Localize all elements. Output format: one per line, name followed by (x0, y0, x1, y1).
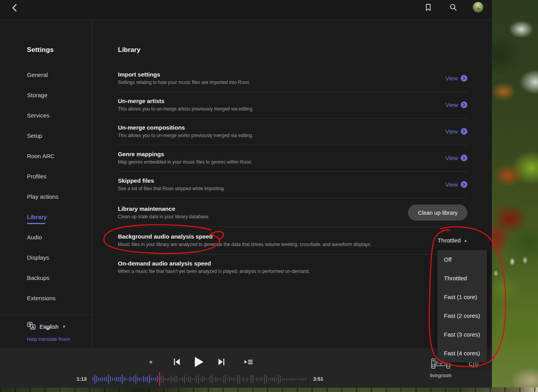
previous-track-button[interactable] (173, 358, 181, 366)
language-selector[interactable]: English ▾ (27, 322, 65, 331)
dropdown-selected-value: Throttled (438, 237, 461, 244)
bookmark-icon (424, 7, 433, 13)
menu-option-fast-4-cores[interactable]: Fast (4 cores) (437, 344, 487, 362)
waveform-bar (124, 377, 125, 381)
waveform-bar (163, 375, 164, 383)
sidebar-item-services[interactable]: Services (0, 105, 92, 125)
playhead[interactable] (159, 372, 160, 386)
waveform-seekbar[interactable] (93, 373, 308, 385)
play-button[interactable] (194, 356, 204, 367)
caret-down-icon: ▾ (63, 324, 65, 329)
waveform-bar (212, 375, 212, 383)
waveform-bar (96, 376, 97, 382)
waveform-bar (305, 378, 306, 381)
waveform-bar (301, 378, 302, 380)
waveform-bar (126, 378, 126, 381)
user-avatar[interactable] (473, 2, 483, 12)
row-text: Library maintenance Clean up stale data … (118, 205, 210, 220)
waveform-bar (198, 375, 199, 383)
menu-option-fast-2-cores[interactable]: Fast (2 cores) (437, 306, 487, 325)
next-track-button[interactable] (217, 358, 226, 366)
help-translate-link[interactable]: Help translate Roon (27, 337, 70, 342)
waveform-bar (102, 378, 103, 381)
sidebar-item-setup[interactable]: Setup (0, 125, 92, 146)
background-analysis-speed-dropdown[interactable]: Throttled ▲ (438, 237, 467, 244)
waveform-bar (276, 378, 277, 381)
waveform-bar (278, 375, 279, 384)
waveform-bar (231, 378, 232, 380)
waveform-bar (161, 376, 162, 382)
waveform-bar (255, 378, 255, 380)
chevron-left-icon (11, 8, 19, 14)
waveform-bar (298, 379, 298, 380)
view-unmerge-compositions-button[interactable]: View (445, 128, 467, 135)
view-skipped-files-button[interactable]: View (445, 181, 467, 188)
waveform-bar (143, 376, 144, 382)
waveform-bar (180, 378, 181, 380)
waveform-bar (266, 376, 267, 383)
search-button[interactable] (449, 3, 458, 12)
waveform-bar (204, 377, 205, 381)
row-text: Import settings Settings relating to how… (118, 71, 251, 86)
waveform-bar (268, 378, 269, 380)
waveform-bar (262, 378, 263, 381)
menu-option-throttled[interactable]: Throttled (437, 269, 487, 287)
skip-forward-icon (217, 362, 226, 367)
sidebar-item-play-actions[interactable]: Play actions (0, 186, 92, 207)
elapsed-time: 1:13 (77, 376, 87, 382)
view-label: View (445, 102, 458, 108)
waveform-bar (247, 377, 248, 381)
row-on-demand-analysis-speed: On-demand audio analysis speed When a mu… (118, 255, 467, 281)
waveform-bar (93, 377, 93, 381)
row-subtitle: See a list of files that Roon skipped wh… (118, 186, 225, 192)
chevron-right-circle-icon (461, 181, 467, 188)
waveform-bar (208, 378, 208, 380)
back-button[interactable] (11, 3, 19, 12)
waveform-bar (135, 375, 136, 384)
sidebar-item-extensions[interactable]: Extensions (0, 288, 92, 308)
desktop-wallpaper-bottom (0, 387, 538, 392)
waveform-bar (217, 378, 218, 381)
queue-button[interactable] (244, 358, 253, 365)
waveform-bar (253, 375, 253, 383)
view-import-settings-button[interactable]: View (445, 75, 467, 82)
waveform-bar (258, 378, 259, 380)
sidebar-item-displays[interactable]: Displays (0, 247, 92, 267)
sidebar-item-backups[interactable]: Backups (0, 267, 92, 288)
waveform-bar (237, 375, 238, 383)
menu-option-fast-1-core[interactable]: Fast (1 core) (437, 287, 487, 306)
waveform-bar (175, 376, 175, 382)
view-genre-mappings-button[interactable]: View (445, 155, 467, 161)
waveform-bar (128, 378, 128, 380)
waveform-bar (153, 378, 154, 381)
menu-option-fast-3-cores[interactable]: Fast (3 cores) (437, 325, 487, 344)
view-unmerge-artists-button[interactable]: View (445, 102, 467, 108)
waveform-bar (157, 376, 158, 383)
hifi-system-icon (431, 365, 451, 371)
waveform-bar (186, 378, 187, 381)
view-label: View (445, 128, 458, 135)
waveform-bar (225, 375, 226, 383)
clean-up-library-button[interactable]: Clean up library (408, 205, 467, 221)
sidebar-item-library[interactable]: Library (0, 207, 92, 227)
row-text: Background audio analysis speed Music fi… (118, 233, 372, 248)
row-subtitle: Settings relating to how your music file… (118, 80, 251, 86)
waveform-bar (292, 378, 292, 381)
row-import-settings: Import settings Settings relating to how… (118, 66, 467, 92)
row-title: Background audio analysis speed (118, 233, 372, 240)
sidebar-item-profiles[interactable]: Profiles (0, 166, 92, 186)
row-library-maintenance: Library maintenance Clean up stale data … (118, 198, 467, 227)
waveform-bar (229, 376, 230, 382)
waveform-bar (219, 378, 220, 381)
menu-option-off[interactable]: Off (437, 250, 487, 269)
sidebar-item-general[interactable]: General (0, 64, 92, 85)
waveform-bar (155, 378, 156, 381)
sidebar-item-roon-arc[interactable]: Roon ARC (0, 146, 92, 166)
sidebar-item-audio[interactable]: Audio (0, 227, 92, 247)
waveform-bar (106, 377, 107, 381)
waveform-bar (118, 377, 119, 381)
waveform-bar (122, 374, 123, 384)
sidebar-item-storage[interactable]: Storage (0, 85, 92, 105)
bookmark-button[interactable] (424, 3, 433, 12)
waveform-bar (202, 376, 203, 382)
